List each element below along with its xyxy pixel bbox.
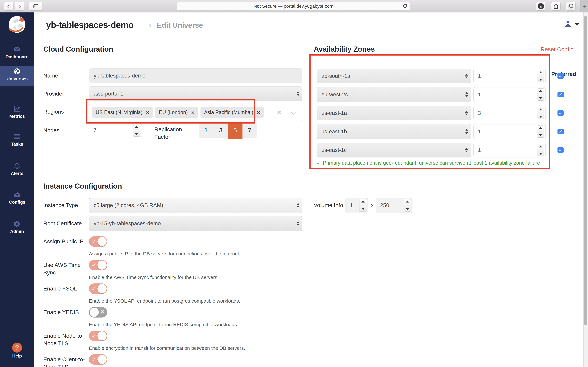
- spinner-icon[interactable]: [537, 107, 544, 119]
- breadcrumb-chevron-icon: ›: [149, 21, 151, 29]
- chevron-down-icon[interactable]: [291, 109, 296, 115]
- region-tag[interactable]: US East (N. Virginia) ×: [92, 107, 153, 118]
- globe-rocket-logo-icon: [7, 15, 27, 34]
- new-tab-button[interactable]: +: [580, 0, 588, 12]
- refresh-icon[interactable]: [402, 4, 407, 9]
- user-avatar[interactable]: [564, 19, 572, 28]
- preferred-checkbox[interactable]: ✓: [557, 129, 564, 134]
- toggle-switch[interactable]: ✓ ×: [89, 284, 107, 294]
- replication-factor-option[interactable]: 1: [199, 123, 213, 138]
- forward-chevron-icon: [17, 3, 22, 9]
- nodes-input[interactable]: 7: [89, 123, 142, 138]
- toggle-label: Enable YEDIS: [43, 308, 86, 316]
- check-icon: ✓: [92, 285, 96, 292]
- az-nodes-input[interactable]: 1: [474, 87, 546, 102]
- toggle-switch[interactable]: ✓ ×: [89, 307, 107, 317]
- az-nodes-input[interactable]: 1: [474, 124, 546, 139]
- provider-value: aws-portal-1: [94, 91, 123, 97]
- az-zone-select[interactable]: us-east-1a: [317, 106, 471, 120]
- check-icon: ✓: [559, 73, 562, 79]
- az-nodes-input[interactable]: 1: [474, 69, 546, 83]
- sidebar-item-help[interactable]: ? Help: [0, 343, 34, 363]
- check-icon: ✓: [559, 148, 562, 153]
- volume-info-label: Volume Info: [314, 202, 343, 209]
- select-stepper-icon: [465, 129, 468, 134]
- region-tag[interactable]: Asia Pacific (Mumbai) ×: [200, 107, 264, 118]
- sidebar-item-label: Configs: [0, 200, 34, 205]
- preferred-checkbox[interactable]: ✓: [557, 92, 564, 97]
- name-label: Name: [43, 72, 58, 79]
- replication-factor-option[interactable]: 7: [242, 123, 257, 138]
- check-icon: ✓: [92, 333, 96, 339]
- regions-multiselect[interactable]: US East (N. Virginia) × EU (London) × As…: [89, 104, 302, 121]
- az-status-message: ✓Primary data placement is geo-redundant…: [317, 160, 540, 166]
- replication-factor-option[interactable]: 5: [228, 122, 242, 139]
- check-icon: ✓: [559, 129, 562, 134]
- preferred-checkbox[interactable]: ✓: [557, 73, 564, 79]
- scrollbar-thumb[interactable]: [584, 16, 587, 325]
- spinner-icon[interactable]: [537, 70, 544, 82]
- sidebar-item-label: Tasks: [0, 142, 34, 147]
- tab-overview-button[interactable]: [566, 2, 576, 10]
- universes-globe-icon: [0, 66, 34, 75]
- metrics-chart-icon: [0, 103, 34, 113]
- sidebar-item-alerts[interactable]: Alerts: [0, 161, 34, 181]
- instance-config-heading: Instance Configuration: [43, 182, 122, 190]
- tasks-list-icon: [0, 131, 34, 141]
- spinner-icon[interactable]: [404, 199, 411, 211]
- az-nodes-input[interactable]: 3: [474, 106, 546, 120]
- provider-select[interactable]: aws-portal-1: [89, 86, 302, 101]
- cloud-config-heading: Cloud Configuration: [43, 45, 113, 53]
- sidebar-item-admin[interactable]: Admin: [0, 218, 34, 239]
- az-nodes-input[interactable]: 1: [474, 143, 546, 158]
- spinner-icon[interactable]: [537, 88, 544, 100]
- yugabyte-logo[interactable]: [0, 15, 34, 34]
- address-bar[interactable]: Not Secure — portal.dev.yugabyte.com: [177, 2, 410, 10]
- volume-count-input[interactable]: 1: [346, 198, 368, 213]
- toggle-help-text: Enable encryption in transit for communi…: [89, 345, 245, 351]
- toggle-switch[interactable]: ✓ ×: [89, 354, 107, 365]
- sidebar-item-universes[interactable]: Universes: [0, 66, 34, 86]
- downloads-button[interactable]: [536, 2, 546, 10]
- toggle-switch[interactable]: ✓ ×: [89, 236, 107, 247]
- reset-config-link[interactable]: Reset Config: [534, 46, 574, 53]
- sidebar-item-dashboard[interactable]: Dashboard: [0, 44, 34, 64]
- toggle-switch[interactable]: ✓ ×: [89, 260, 107, 270]
- sidebar-toggle-button[interactable]: [29, 2, 43, 10]
- remove-tag-icon[interactable]: ×: [146, 109, 149, 116]
- spinner-icon[interactable]: [359, 199, 367, 211]
- back-button[interactable]: [4, 2, 13, 10]
- toggle-help-text: Enable the YEDIS API endpoint to run RED…: [89, 322, 238, 327]
- sidebar-item-tasks[interactable]: Tasks: [0, 131, 34, 151]
- preferred-checkbox[interactable]: ✓: [557, 147, 564, 153]
- universe-name-title[interactable]: yb-tablespaces-demo: [46, 20, 134, 30]
- volume-size-input[interactable]: 250: [376, 198, 413, 213]
- spinner-icon[interactable]: [537, 125, 544, 138]
- remove-tag-icon[interactable]: ×: [191, 109, 195, 116]
- toggle-label: Enable Client-to-Node TLS: [43, 356, 86, 367]
- sidebar-item-metrics[interactable]: Metrics: [0, 103, 34, 124]
- scrollbar-track[interactable]: [583, 12, 588, 367]
- sidebar-item-configs[interactable]: Configs: [0, 189, 34, 209]
- user-menu-caret-icon[interactable]: [575, 23, 579, 25]
- az-zone-select[interactable]: eu-west-2c: [317, 87, 471, 102]
- universe-name-input[interactable]: yb-tablespaces-demo: [89, 68, 302, 83]
- preferred-checkbox[interactable]: ✓: [557, 110, 564, 116]
- az-zone-select[interactable]: us-east-1c: [317, 143, 471, 158]
- instance-type-select[interactable]: c5.large (2 cores, 4GB RAM): [89, 198, 302, 213]
- select-stepper-icon: [465, 148, 468, 152]
- root-certificate-select[interactable]: yb-15-yb-tablespaces-demo: [89, 216, 302, 231]
- spinner-icon[interactable]: [133, 124, 140, 137]
- forward-button[interactable]: [15, 2, 24, 10]
- az-zone-select[interactable]: ap-south-1a: [317, 69, 471, 83]
- clear-all-icon[interactable]: ×: [277, 108, 281, 117]
- region-tag[interactable]: EU (London) ×: [155, 107, 198, 118]
- replication-factor-option[interactable]: 3: [213, 123, 228, 138]
- az-zone-select[interactable]: us-east-1b: [317, 124, 471, 139]
- share-button[interactable]: [551, 2, 561, 10]
- back-chevron-icon: [6, 3, 11, 9]
- remove-tag-icon[interactable]: ×: [257, 109, 260, 116]
- share-icon: [553, 3, 559, 9]
- spinner-icon[interactable]: [537, 144, 544, 156]
- toggle-switch[interactable]: ✓ ×: [89, 331, 107, 341]
